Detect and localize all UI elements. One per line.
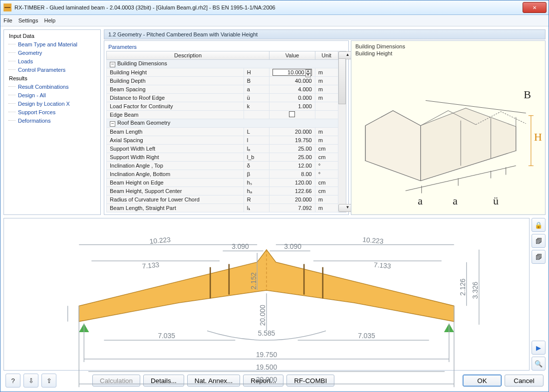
svg-text:7.035: 7.035 [358, 332, 375, 340]
nav-beam-type[interactable]: Beam Type and Material [7, 40, 97, 49]
row-support-right[interactable]: Support Width Rightl_b25.00cm [107, 153, 338, 162]
svg-text:5.585: 5.585 [258, 330, 275, 337]
window-title: RX-TIMBER - Glued laminated beam - 2.04.… [14, 4, 523, 10]
nav-deformations[interactable]: Deformations [7, 117, 97, 125]
row-building-depth[interactable]: Building DepthB40.000m [107, 77, 338, 85]
row-building-height[interactable]: Building HeightH10.000▲▼m [107, 68, 338, 77]
row-axial-spacing[interactable]: Axial Spacingl19.750m [107, 136, 338, 145]
svg-text:10.223: 10.223 [149, 236, 171, 245]
beam-elevation-panel[interactable]: 10.223 10.223 3.090 3.090 7.133 7.133 2.… [3, 218, 530, 371]
svg-rect-1 [4, 7, 10, 8]
collapse-icon[interactable]: – [110, 121, 115, 127]
info-panel: Building Dimensions Building Height [351, 40, 546, 215]
building-height-input[interactable]: 10.000▲▼ [273, 69, 312, 76]
upper-row: Input Data Beam Type and Material Geomet… [3, 29, 546, 215]
play-button[interactable]: ▶ [532, 341, 546, 355]
page2-button[interactable]: 🗐 [532, 250, 546, 264]
edge-beam-checkbox[interactable] [289, 111, 295, 117]
title-bar: RX-TIMBER - Glued laminated beam - 2.04.… [0, 0, 549, 15]
search-icon: 🔍 [535, 360, 543, 368]
svg-text:2.152: 2.152 [250, 272, 258, 289]
svg-marker-4 [421, 108, 516, 181]
info-line1: Building Dimensions [355, 43, 541, 50]
nav-control-params[interactable]: Control Parameters [7, 66, 97, 74]
app-window: RX-TIMBER - Glued laminated beam - 2.04.… [0, 0, 549, 392]
row-angle-top[interactable]: Inclination Angle , Topδ12.00° [107, 162, 338, 170]
nav-design-all[interactable]: Design - All [7, 91, 97, 100]
label-H: H [534, 131, 542, 144]
parameters-label: Parameters [106, 43, 346, 51]
svg-text:3.090: 3.090 [284, 243, 301, 250]
info-line2: Building Height [355, 50, 541, 57]
svg-text:2.126: 2.126 [459, 278, 467, 296]
nav-input-data[interactable]: Input Data [7, 32, 97, 40]
svg-text:7.035: 7.035 [158, 332, 175, 340]
collapse-icon[interactable]: – [110, 62, 115, 67]
svg-text:10.223: 10.223 [362, 236, 384, 245]
building-isometric: B H a a ü [355, 61, 541, 210]
nav-design-loc[interactable]: Design by Location X [7, 100, 97, 108]
nav-panel: Input Data Beam Type and Material Geomet… [3, 29, 101, 215]
zoom-button[interactable]: 🔍 [532, 357, 546, 371]
page-icon: 🗐 [536, 253, 542, 261]
app-icon [3, 3, 11, 11]
svg-text:19.750: 19.750 [256, 351, 277, 359]
row-support-left[interactable]: Support Width Leftlₐ25.00cm [107, 145, 338, 153]
group-building-label: Building Dimensions [117, 60, 167, 66]
label-a2: a [453, 195, 458, 207]
parameters-panel: Parameters Description Value Unit –Build… [104, 40, 349, 215]
row-length-straight[interactable]: Beam Length, Straight Partl₁7.092m [107, 204, 338, 212]
col-unit[interactable]: Unit [315, 51, 338, 60]
right-top: 1.2 Geometry - Pitched Cambered Beam wit… [104, 29, 546, 215]
svg-line-13 [426, 101, 526, 113]
row-roof-edge[interactable]: Distance to Roof Edgeü0.000m [107, 94, 338, 102]
svg-text:7.133: 7.133 [142, 261, 160, 270]
row-height-support[interactable]: Beam Height, Support Centerhₐ122.66cm [107, 187, 338, 196]
col-value[interactable]: Value [270, 51, 315, 60]
group-roof[interactable]: –Roof Beam Geometry [107, 119, 338, 128]
vertical-scrollbar[interactable]: ▲ ▼ [338, 51, 346, 212]
row-beam-length[interactable]: Beam LengthL20.000m [107, 128, 338, 136]
nav-loads[interactable]: Loads [7, 57, 97, 66]
row-load-factor[interactable]: Load Factor for Continuityk1.000 [107, 102, 338, 111]
parameters-table: Description Value Unit –Building Dimensi… [106, 51, 338, 212]
nav-geometry[interactable]: Geometry [7, 49, 97, 57]
svg-text:19.500: 19.500 [256, 364, 277, 371]
group-roof-label: Roof Beam Geometry [117, 120, 170, 126]
drawing-toolbar: 🔒 🗐 🗐 ▶ 🔍 [532, 218, 546, 371]
label-B: B [524, 88, 531, 101]
nav-results[interactable]: Results [7, 74, 97, 83]
group-building[interactable]: –Building Dimensions [107, 60, 338, 68]
scroll-thumb[interactable] [338, 58, 346, 104]
menu-help[interactable]: Help [44, 17, 55, 23]
nav-result-comb[interactable]: Result Combinations [7, 83, 97, 91]
lock-view-button[interactable]: 🔒 [532, 218, 546, 232]
menu-file[interactable]: File [3, 17, 12, 23]
svg-text:20.000: 20.000 [259, 305, 267, 326]
label-u: ü [493, 195, 499, 207]
svg-text:7.133: 7.133 [373, 261, 391, 270]
spinner[interactable]: ▲▼ [305, 69, 311, 75]
svg-text:20.000: 20.000 [256, 376, 277, 384]
row-radius[interactable]: Radius of Curvature for Lower ChordR20.0… [107, 196, 338, 204]
param-area: Parameters Description Value Unit –Build… [104, 40, 546, 215]
row-height-edge[interactable]: Beam Height on Edgehₛ120.00cm [107, 179, 338, 187]
svg-text:3.326: 3.326 [472, 281, 479, 299]
client-area: Input Data Beam Type and Material Geomet… [0, 26, 549, 392]
page-icon: 🗐 [536, 237, 542, 245]
nav-support-forces[interactable]: Support Forces [7, 108, 97, 117]
row-beam-spacing[interactable]: Beam Spacinga4.000m [107, 85, 338, 94]
menu-settings[interactable]: Settings [18, 17, 38, 23]
lock-icon: 🔒 [535, 221, 543, 229]
play-icon: ▶ [536, 344, 541, 352]
svg-text:3.090: 3.090 [232, 243, 249, 250]
menu-bar: File Settings Help [0, 15, 549, 26]
row-edge-beam[interactable]: Edge Beam [107, 111, 338, 119]
table-header: Description Value Unit [107, 51, 338, 60]
row-angle-bottom[interactable]: Inclination Angle, Bottomβ8.00° [107, 170, 338, 179]
close-button[interactable]: ✕ [523, 2, 547, 13]
col-description[interactable]: Description [107, 51, 270, 60]
close-icon: ✕ [533, 5, 537, 10]
page1-button[interactable]: 🗐 [532, 234, 546, 248]
label-a1: a [418, 195, 423, 207]
